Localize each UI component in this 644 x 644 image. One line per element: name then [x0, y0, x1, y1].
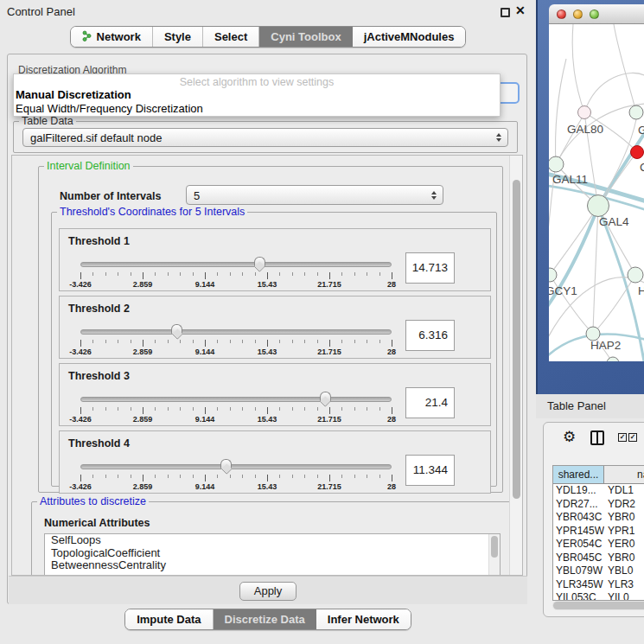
- table-panel-inner: ⚙ ✓ ✓ shared... na YDL19...YDL1YDR27...Y…: [543, 422, 644, 617]
- tab-select[interactable]: Select: [203, 27, 259, 47]
- spinner-arrows-icon: [431, 191, 437, 200]
- slider-tick-labels: -3.4262.8599.14415.4321.71528: [80, 280, 392, 289]
- threshold-3-slider[interactable]: [80, 397, 392, 402]
- close-button[interactable]: [557, 10, 566, 19]
- threshold-1-value-field[interactable]: 14.713: [405, 252, 455, 284]
- threshold-1-block: Threshold 1 -3.4262.8599.14415.4321.7152…: [59, 228, 491, 291]
- node-gcy1[interactable]: [549, 268, 557, 282]
- thresholds-legend: Threshold's Coordinates for 5 Intervals: [57, 206, 247, 218]
- tab-label: jActiveMNodules: [364, 30, 455, 43]
- tab-jactivemnodules[interactable]: jActiveMNodules: [353, 27, 466, 47]
- table-hscrollbar[interactable]: [552, 601, 644, 610]
- table-data-combobox[interactable]: galFiltered.sif default node: [22, 128, 508, 147]
- apply-button[interactable]: Apply: [239, 582, 296, 601]
- tab-label: Discretize Data: [225, 613, 305, 626]
- node[interactable]: [607, 357, 619, 361]
- right-region: GAL80 GA GAL11 C GAL4 GCY1 H HAP2 Table …: [536, 0, 644, 644]
- threshold-3-block: Threshold 3 -3.4262.8599.14415.4321.7152…: [59, 363, 491, 426]
- table-row[interactable]: YBR043CYBR0: [553, 511, 644, 525]
- tab-network[interactable]: Network: [71, 27, 153, 47]
- table-row[interactable]: YBR045CYBR0: [553, 552, 644, 565]
- minimize-button[interactable]: [573, 10, 583, 19]
- table-panel-body: ⚙ ✓ ✓ shared... na YDL19...YDL1YDR27...Y…: [536, 418, 644, 644]
- tick-label: 9.144: [195, 348, 215, 356]
- table-row[interactable]: YDR27...YDR2: [553, 498, 644, 512]
- list-scrollbar[interactable]: [488, 534, 500, 576]
- columns-icon[interactable]: [590, 430, 604, 445]
- network-window-titlebar[interactable]: [549, 4, 644, 24]
- table-row[interactable]: YER054CYER0: [553, 538, 644, 552]
- slider-thumb[interactable]: [220, 459, 232, 469]
- slider-tick-labels: -3.4262.8599.14415.4321.71528: [80, 482, 392, 491]
- slider-thumb[interactable]: [254, 257, 265, 266]
- threshold-3-value-field[interactable]: 21.4: [405, 387, 455, 418]
- node-label: GAL80: [567, 123, 603, 136]
- numerical-attributes-label: Numerical Attributes: [44, 517, 150, 529]
- table-header-row: shared... na: [553, 466, 644, 484]
- tick-label: 21.715: [317, 415, 341, 424]
- network-canvas[interactable]: GAL80 GA GAL11 C GAL4 GCY1 H HAP2: [549, 24, 644, 361]
- table-row[interactable]: YBL079WYBL0: [553, 564, 644, 578]
- table-data-value: galFiltered.sif default node: [30, 131, 162, 144]
- interval-definition-group: Interval Definition Number of Intervals …: [38, 166, 503, 493]
- tab-discretize-data[interactable]: Discretize Data: [214, 609, 316, 629]
- tab-label: Cyni Toolbox: [271, 30, 341, 43]
- checkbox-icon[interactable]: ✓: [628, 433, 637, 442]
- tick-label: 9.144: [195, 482, 215, 491]
- table-row[interactable]: YPR145WYPR1: [553, 525, 644, 539]
- threshold-4-slider[interactable]: [80, 464, 392, 469]
- list-item[interactable]: TopologicalCoefficient: [45, 547, 500, 560]
- tick-label: 2.859: [133, 415, 153, 424]
- discretize-settings-panel: Discretization Algorithm Select algorith…: [7, 54, 527, 604]
- tick-label: 15.43: [258, 415, 277, 424]
- node-selected-red[interactable]: [631, 146, 644, 159]
- table-row[interactable]: YDL19...YDL1: [553, 484, 644, 498]
- table-row[interactable]: YIL053CYIL0: [553, 591, 644, 601]
- slider-tick-labels: -3.4262.8599.14415.4321.71528: [80, 415, 392, 424]
- list-item[interactable]: BetweennessCentrality: [45, 559, 500, 572]
- column-header-name[interactable]: na: [604, 466, 644, 483]
- spinner-arrows-icon: [496, 133, 501, 142]
- tick-label: 28: [387, 415, 396, 424]
- tick-label: 2.859: [133, 280, 153, 289]
- column-header-shared[interactable]: shared...: [553, 466, 604, 483]
- threshold-4-value-field[interactable]: 11.344: [405, 455, 455, 486]
- tab-label: Network: [97, 30, 141, 43]
- tab-infer-network[interactable]: Infer Network: [316, 609, 411, 629]
- float-panel-icon[interactable]: [501, 8, 510, 17]
- thresholds-group: Threshold's Coordinates for 5 Intervals …: [51, 212, 497, 487]
- num-intervals-spinner[interactable]: 5: [186, 185, 443, 205]
- checkbox-icon[interactable]: ✓: [618, 433, 627, 442]
- num-intervals-label: Number of Intervals: [60, 190, 161, 202]
- tick-label: 2.859: [133, 482, 153, 491]
- dropdown-option-manual[interactable]: Manual Discretization: [16, 88, 131, 101]
- threshold-2-value-field[interactable]: 6.316: [405, 320, 455, 351]
- zoom-button[interactable]: [590, 10, 599, 19]
- slider-ticks: [80, 272, 392, 280]
- list-item[interactable]: SelfLoops: [45, 534, 500, 547]
- slider-thumb[interactable]: [171, 324, 182, 334]
- threshold-1-slider[interactable]: [80, 262, 392, 267]
- node-gal11[interactable]: [549, 156, 564, 172]
- slider-thumb[interactable]: [320, 392, 331, 401]
- table-row[interactable]: YLR345WYLR3: [553, 578, 644, 592]
- gear-icon[interactable]: ⚙: [563, 430, 576, 444]
- tab-impute-data[interactable]: Impute Data: [125, 609, 213, 629]
- node-label: GAL4: [599, 215, 629, 228]
- tick-label: 28: [387, 348, 396, 356]
- tab-style[interactable]: Style: [153, 27, 203, 47]
- network-icon: [82, 30, 92, 44]
- threshold-2-block: Threshold 2 -3.4262.8599.14415.4321.7152…: [59, 296, 491, 359]
- node[interactable]: [629, 105, 643, 119]
- tick-label: 9.144: [195, 415, 215, 424]
- dropdown-option-equal-width[interactable]: Equal Width/Frequency Discretization: [16, 102, 203, 115]
- attributes-group: Attributes to discretize Numerical Attri…: [31, 501, 513, 576]
- node-gal4[interactable]: [588, 195, 609, 217]
- node-gal80[interactable]: [578, 106, 591, 119]
- close-icon[interactable]: ✕: [515, 3, 526, 17]
- tab-cyni-toolbox[interactable]: Cyni Toolbox: [259, 27, 352, 47]
- node[interactable]: [628, 267, 643, 283]
- threshold-2-slider[interactable]: [80, 329, 392, 335]
- node-label: H: [638, 284, 644, 297]
- settings-scrollbar[interactable]: [509, 156, 522, 575]
